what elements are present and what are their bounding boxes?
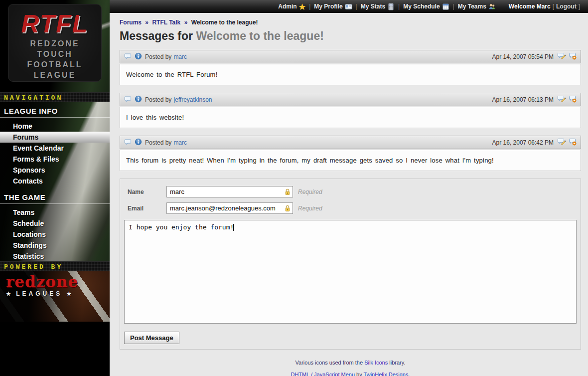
dhtml-menu-link[interactable]: DHTML / JavaScript Menu <box>291 372 355 376</box>
text-cursor <box>233 224 234 231</box>
welcome-message: Welcome Marc <box>509 3 551 10</box>
breadcrumb-forums[interactable]: Forums <box>120 19 142 26</box>
post: Posted by jeffreyatkinson Apr 16, 2007 0… <box>120 93 581 128</box>
topbar-my-schedule[interactable]: My Schedule <box>403 3 449 10</box>
post-message-button[interactable]: Post Message <box>124 332 179 344</box>
post: Posted by marc Apr 16, 2007 06:42 PM Thi… <box>120 136 581 171</box>
sidebar-item-contacts[interactable]: Contacts <box>0 176 110 187</box>
sidebar-item-teams[interactable]: Teams <box>0 207 110 218</box>
footer-line-menu: DHTML / JavaScript Menu by TwinHelix Des… <box>120 369 581 376</box>
silk-icons-link[interactable]: Silk Icons <box>364 360 388 366</box>
sidebar-item-locations[interactable]: Locations <box>0 229 110 240</box>
post-header: Posted by marc Apr 16, 2007 06:42 PM <box>120 136 581 149</box>
sidebar-item-event-calendar[interactable]: Event Calendar <box>0 143 110 154</box>
name-input-wrap <box>166 186 293 197</box>
email-input[interactable] <box>166 202 293 214</box>
topbar: Admin ★ | My Profile | My Stats | My Sch… <box>110 0 588 13</box>
star-icon: ★ <box>67 291 73 297</box>
post-date: Apr 14, 2007 05:54 PM <box>492 53 554 60</box>
name-row: Name Required <box>128 186 577 197</box>
comment-delete-icon[interactable] <box>569 138 577 147</box>
message-wrap: I hope you enjoy the forum! <box>124 220 577 326</box>
comment-edit-icon[interactable] <box>558 138 566 147</box>
author-link[interactable]: marc <box>173 53 187 60</box>
sidebar-nav: LEAGUE INFO Home Forums Event Calendar F… <box>0 102 110 261</box>
sidebar-item-forums[interactable]: Forums <box>0 132 110 143</box>
posted-by-label: Posted by <box>145 53 171 60</box>
rtfl-logo: RTFL REDZONE TOUCH FOOTBALL LEAGUE <box>8 4 102 82</box>
the-game-list: Teams Schedule Locations Standings Stati… <box>0 207 110 262</box>
message-textarea[interactable]: I hope you enjoy the forum! <box>124 220 577 324</box>
navigation-banner: NAVIGATION <box>0 92 110 102</box>
topbar-separator: | <box>453 3 454 10</box>
comment-icon <box>124 138 132 147</box>
logout-link[interactable]: Logout <box>556 3 577 10</box>
comment-delete-icon[interactable] <box>569 95 577 104</box>
redzone-logo-name: redzone <box>6 273 110 290</box>
rtfl-logo-acronym: RTFL <box>8 4 101 38</box>
section-header-the-game: THE GAME <box>0 191 110 204</box>
lock-icon <box>284 188 291 198</box>
calculator-icon <box>387 3 395 10</box>
author-link[interactable]: jeffreyatkinson <box>173 96 212 103</box>
sidebar-item-standings[interactable]: Standings <box>0 240 110 251</box>
sidebar-item-schedule[interactable]: Schedule <box>0 218 110 229</box>
breadcrumb-separator: » <box>184 19 188 26</box>
twinhelix-link[interactable]: TwinHelix Designs <box>364 372 409 376</box>
topbar-admin[interactable]: Admin ★ <box>278 3 305 10</box>
league-info-list: Home Forums Event Calendar Forms & Files… <box>0 121 110 187</box>
sidebar: RTFL REDZONE TOUCH FOOTBALL LEAGUE NAVIG… <box>0 0 110 376</box>
topbar-my-stats[interactable]: My Stats <box>361 3 395 10</box>
post-header: Posted by jeffreyatkinson Apr 16, 2007 0… <box>120 93 581 106</box>
comment-edit-icon[interactable] <box>558 52 566 61</box>
main-area: Admin ★ | My Profile | My Stats | My Sch… <box>110 0 588 376</box>
topbar-separator: | <box>356 3 357 10</box>
author-link[interactable]: marc <box>173 139 187 146</box>
topbar-my-teams[interactable]: My Teams <box>458 3 496 10</box>
email-row: Email Required <box>128 202 577 214</box>
rtfl-logo-line: TOUCH <box>8 49 101 59</box>
post-date: Apr 16, 2007 06:13 PM <box>492 96 554 103</box>
info-icon[interactable] <box>135 95 142 104</box>
lock-icon <box>284 204 291 214</box>
post: Posted by marc Apr 14, 2007 05:54 PM Wel… <box>120 50 581 85</box>
post-body: I love this website! <box>120 107 581 128</box>
page-title: Messages for Welcome to the league! <box>120 29 581 43</box>
post-date: Apr 16, 2007 06:42 PM <box>492 139 554 146</box>
sidebar-item-forms-files[interactable]: Forms & Files <box>0 154 110 165</box>
email-input-wrap <box>166 202 293 214</box>
email-label: Email <box>128 205 166 212</box>
calendar-icon <box>442 3 449 10</box>
redzone-logo-sub: ★ LEAGUES ★ <box>6 290 110 297</box>
posted-by-label: Posted by <box>145 139 171 146</box>
page-title-topic: Welcome to the league! <box>196 29 323 42</box>
topbar-separator: | <box>398 3 400 10</box>
group-icon <box>488 3 496 10</box>
sidebar-item-statistics[interactable]: Statistics <box>0 251 110 262</box>
rtfl-logo-line: LEAGUE <box>8 70 101 80</box>
breadcrumb-separator: » <box>145 19 148 26</box>
comment-edit-icon[interactable] <box>558 95 566 104</box>
comment-icon <box>124 95 132 104</box>
footer-line-icons: Various icons used from the Silk Icons l… <box>120 357 581 369</box>
posted-by-label: Posted by <box>145 96 171 103</box>
name-input[interactable] <box>166 186 293 197</box>
breadcrumb-rtfl-talk[interactable]: RTFL Talk <box>152 19 180 26</box>
powered-by-banner: POWERED BY <box>0 261 110 271</box>
rtfl-logo-line: FOOTBALL <box>8 59 101 70</box>
redzone-leagues-logo[interactable]: redzone ★ LEAGUES ★ <box>0 271 110 322</box>
comment-delete-icon[interactable] <box>569 52 577 61</box>
sidebar-item-home[interactable]: Home <box>0 121 110 132</box>
info-icon[interactable] <box>135 52 142 61</box>
sidebar-item-sponsors[interactable]: Sponsors <box>0 165 110 176</box>
star-icon: ★ <box>6 291 12 297</box>
topbar-my-profile[interactable]: My Profile <box>314 3 352 10</box>
post-body: This forum is pretty neat! When I'm typi… <box>120 150 581 171</box>
post-body: Welcome to the RTFL Forum! <box>120 64 581 85</box>
star-icon: ★ <box>299 3 305 10</box>
rtfl-logo-line: REDZONE <box>8 38 101 49</box>
info-icon[interactable] <box>135 138 142 147</box>
logout-bracket: ] <box>579 3 580 10</box>
topbar-separator: | <box>309 3 310 10</box>
post-header: Posted by marc Apr 14, 2007 05:54 PM <box>120 50 581 63</box>
